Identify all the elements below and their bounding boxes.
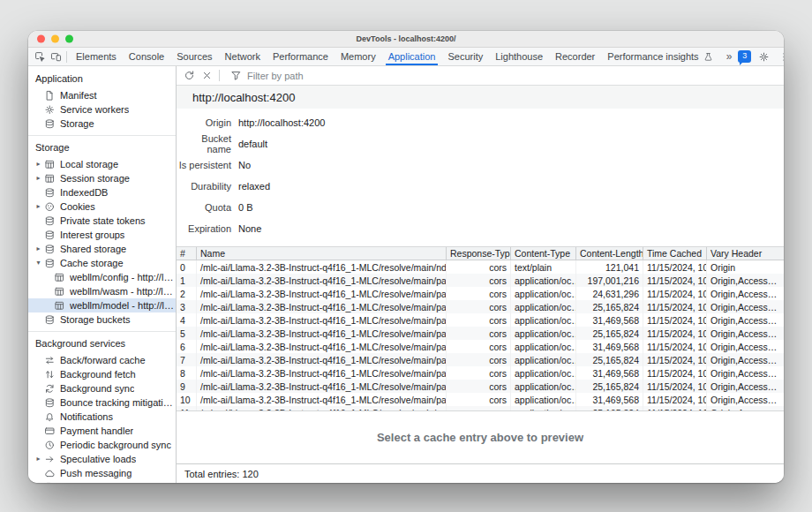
sidebar-item-cache-storage[interactable]: ▾Cache storage	[28, 256, 176, 270]
sidebar-item-webllm-model-http-loc[interactable]: webllm/model - http://loc…	[28, 298, 176, 312]
tab-performance-insights[interactable]: Performance insights	[601, 48, 724, 65]
column-header-response-type[interactable]: Response-Type	[446, 247, 510, 260]
metadata-row-expiration: ExpirationNone	[177, 218, 784, 239]
metadata-label: Quota	[177, 202, 231, 213]
tab-console[interactable]: Console	[123, 48, 170, 65]
column-header-vary-header[interactable]: Vary Header	[706, 247, 784, 260]
column-header-content-length[interactable]: Content-Length	[575, 247, 643, 260]
cache-entry-row[interactable]: 2/mlc-ai/Llama-3.2-3B-Instruct-q4f16_1-M…	[177, 287, 784, 300]
entry-response-type: cors	[446, 353, 510, 366]
sidebar-item-label: Bounce tracking mitigations	[60, 397, 176, 408]
cache-entry-row[interactable]: 3/mlc-ai/Llama-3.2-3B-Instruct-q4f16_1-M…	[177, 300, 784, 313]
tab-security[interactable]: Security	[441, 48, 489, 65]
sidebar-item-indexeddb[interactable]: IndexedDB	[28, 185, 176, 200]
cache-entry-row[interactable]: 7/mlc-ai/Llama-3.2-3B-Instruct-q4f16_1-M…	[177, 353, 784, 366]
sidebar-item-label: Periodic background sync	[60, 440, 171, 450]
entry-content-length: 25,165,824	[575, 300, 643, 313]
sidebar-item-webllm-wasm-http-loca[interactable]: webllm/wasm - http://loca…	[28, 284, 176, 298]
tab-network[interactable]: Network	[219, 48, 267, 65]
sidebar-item-interest-groups[interactable]: Interest groups	[28, 228, 176, 242]
cache-entry-row[interactable]: 10/mlc-ai/Llama-3.2-3B-Instruct-q4f16_1-…	[177, 393, 784, 406]
entry-response-type: cors	[446, 274, 510, 287]
cache-entry-row[interactable]: 5/mlc-ai/Llama-3.2-3B-Instruct-q4f16_1-M…	[177, 327, 784, 340]
cache-entry-row[interactable]: 6/mlc-ai/Llama-3.2-3B-Instruct-q4f16_1-M…	[177, 340, 784, 353]
sidebar-item-storage-buckets[interactable]: Storage buckets	[28, 312, 176, 327]
sidebar-item-private-state-tokens[interactable]: Private state tokens	[28, 214, 176, 228]
entry-content-type: application/oc…	[510, 380, 575, 393]
tab-sources[interactable]: Sources	[170, 48, 218, 65]
sidebar-item-label: Interest groups	[60, 230, 124, 240]
sidebar-item-back-forward-cache[interactable]: Back/forward cache	[28, 353, 176, 367]
sidebar-item-local-storage[interactable]: ▸Local storage	[28, 157, 176, 171]
sidebar-item-label: Background fetch	[60, 369, 136, 380]
tab-performance[interactable]: Performance	[267, 48, 335, 65]
cache-entry-row[interactable]: 8/mlc-ai/Llama-3.2-3B-Instruct-q4f16_1-M…	[177, 366, 784, 380]
chevron-right-icon[interactable]: ▸	[34, 171, 43, 185]
console-messages-badge[interactable]: 3	[738, 50, 751, 63]
tab-application[interactable]: Application	[382, 48, 442, 65]
sidebar-item-reporting-api[interactable]: Reporting API	[28, 480, 176, 483]
entry-name: /mlc-ai/Llama-3.2-3B-Instruct-q4f16_1-ML…	[196, 393, 446, 406]
sidebar-item-session-storage[interactable]: ▸Session storage	[28, 171, 176, 185]
column-header-content-type[interactable]: Content-Type	[510, 247, 575, 260]
devtools-window: DevTools - localhost:4200/ ElementsConso…	[28, 31, 784, 483]
tab-elements[interactable]: Elements	[70, 48, 123, 65]
column-header-time-cached[interactable]: Time Cached	[643, 247, 706, 260]
filter-by-path-input[interactable]: Filter by path	[228, 68, 304, 84]
tab-lighthouse[interactable]: Lighthouse	[489, 48, 549, 65]
sidebar-item-periodic-background-sync[interactable]: Periodic background sync	[28, 438, 176, 452]
entry-name: /mlc-ai/Llama-3.2-3B-Instruct-q4f16_1-ML…	[196, 313, 446, 327]
kebab-menu-icon[interactable]	[776, 49, 784, 64]
sidebar-item-speculative-loads[interactable]: ▸Speculative loads	[28, 452, 176, 466]
sidebar-item-service-workers[interactable]: Service workers	[28, 102, 176, 117]
sidebar-item-manifest[interactable]: Manifest	[28, 88, 176, 102]
entry-content-type: application/oc…	[510, 274, 575, 287]
sidebar-item-label: Manifest	[60, 90, 97, 101]
sidebar-item-cookies[interactable]: ▸Cookies	[28, 200, 176, 214]
tab-memory[interactable]: Memory	[335, 48, 382, 65]
tab-recorder[interactable]: Recorder	[549, 48, 601, 65]
sidebar-item-notifications[interactable]: Notifications	[28, 410, 176, 424]
entry-content-type: text/plain	[510, 260, 575, 274]
minimize-button[interactable]	[51, 35, 59, 43]
delete-selected-icon[interactable]	[199, 68, 214, 84]
cache-entry-row[interactable]: 9/mlc-ai/Llama-3.2-3B-Instruct-q4f16_1-M…	[177, 380, 784, 393]
chevron-right-icon[interactable]: ▸	[34, 242, 43, 256]
zoom-button[interactable]	[65, 35, 73, 43]
refresh-icon[interactable]	[181, 68, 197, 84]
settings-gear-icon[interactable]	[756, 49, 771, 64]
sidebar-item-label: Storage	[60, 118, 94, 129]
chevron-right-icon[interactable]: ▸	[34, 452, 43, 466]
sidebar-item-background-fetch[interactable]: Background fetch	[28, 367, 176, 381]
sidebar-item-shared-storage[interactable]: ▸Shared storage	[28, 242, 176, 256]
more-tabs-chevron[interactable]: »	[725, 50, 734, 63]
chevron-right-icon[interactable]: ▸	[34, 200, 43, 214]
chevron-down-icon[interactable]: ▾	[34, 256, 43, 270]
database-icon	[43, 243, 56, 255]
sidebar-item-payment-handler[interactable]: Payment handler	[28, 424, 176, 438]
sidebar-item-push-messaging[interactable]: Push messaging	[28, 466, 176, 480]
sidebar-item-storage[interactable]: Storage	[28, 117, 176, 131]
entry-time-cached: 11/15/2024, 10…	[643, 393, 706, 406]
entry-content-type: application/oc…	[510, 366, 575, 380]
inspect-element-icon[interactable]	[32, 49, 48, 64]
entry-vary-header: Origin,Access…	[706, 366, 784, 380]
sidebar-item-background-sync[interactable]: Background sync	[28, 381, 176, 395]
column-header-name[interactable]: Name	[196, 247, 446, 260]
sidebar-item-webllm-config-http-loc[interactable]: webllm/config - http://loc…	[28, 270, 176, 284]
entry-response-type: cors	[446, 313, 510, 327]
filter-placeholder: Filter by path	[247, 71, 304, 81]
entry-content-length: 31,469,568	[575, 393, 643, 406]
device-toolbar-icon[interactable]	[48, 49, 64, 64]
cache-entry-row[interactable]: 1/mlc-ai/Llama-3.2-3B-Instruct-q4f16_1-M…	[177, 274, 784, 287]
chevron-right-icon[interactable]: ▸	[34, 157, 43, 171]
sidebar-item-bounce-tracking-mitigations[interactable]: Bounce tracking mitigations	[28, 395, 176, 410]
entry-content-length: 31,469,568	[575, 340, 643, 353]
window-titlebar[interactable]: DevTools - localhost:4200/	[28, 31, 784, 48]
close-button[interactable]	[37, 35, 45, 43]
flask-icon	[702, 50, 715, 63]
column-header-[interactable]: #	[177, 247, 196, 260]
cache-entry-row[interactable]: 0/mlc-ai/Llama-3.2-3B-Instruct-q4f16_1-M…	[177, 260, 784, 274]
sidebar-item-label: webllm/wasm - http://loca…	[70, 286, 176, 297]
cache-entry-row[interactable]: 4/mlc-ai/Llama-3.2-3B-Instruct-q4f16_1-M…	[177, 313, 784, 327]
